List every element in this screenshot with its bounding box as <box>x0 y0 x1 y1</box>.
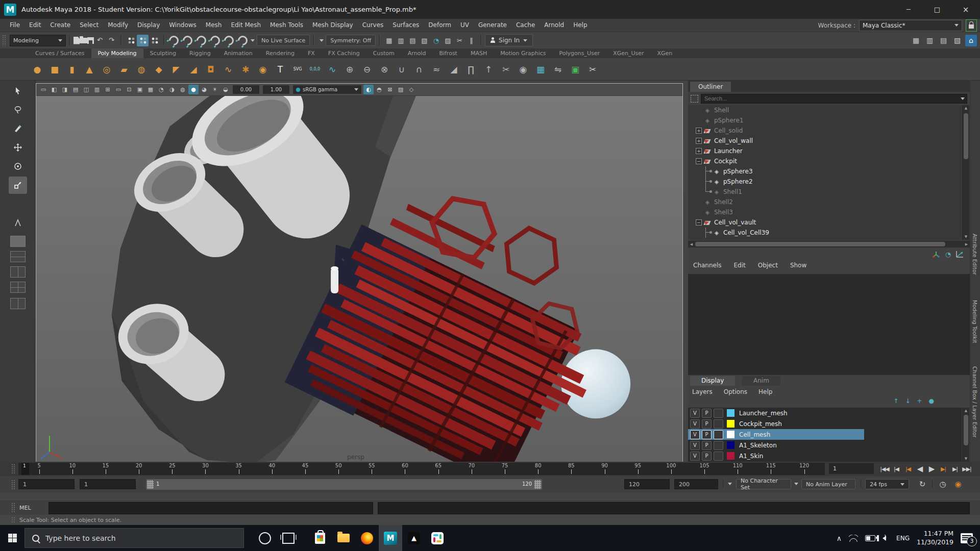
outliner-item[interactable]: ◈pSphere1 <box>688 115 962 126</box>
outliner-item[interactable]: ◈Cell_vol_Cell39 <box>688 228 962 238</box>
layer-mode-toggle[interactable] <box>714 452 723 461</box>
layer-color-swatch[interactable] <box>727 431 734 438</box>
notification-center[interactable]: 3 <box>961 533 973 543</box>
single-pane-layout-icon[interactable] <box>10 236 26 247</box>
step-forward-frame-icon[interactable]: ▶| <box>949 463 961 474</box>
menu-item[interactable]: Curves <box>358 19 388 32</box>
menu-item[interactable]: Mesh <box>201 19 227 32</box>
animation-start-field[interactable]: 1 <box>18 479 75 489</box>
animation-end-field[interactable]: 200 <box>674 479 718 489</box>
menu-item[interactable]: Help <box>569 19 592 32</box>
bevel-icon[interactable]: ◢ <box>446 62 461 77</box>
open-render-view-icon[interactable]: ▦ <box>383 35 395 46</box>
render-settings-icon[interactable]: ◔ <box>430 35 442 46</box>
exposure-icon[interactable]: ◐ <box>363 85 374 94</box>
shelf-tab[interactable]: XGen <box>650 48 679 58</box>
textured-mode-icon[interactable]: ◕ <box>199 85 209 94</box>
poly-disc-icon[interactable]: ◍ <box>134 62 149 77</box>
taskbar-search[interactable]: Type here to search <box>24 528 244 548</box>
menu-item[interactable]: Deform <box>424 19 456 32</box>
next-view-icon[interactable]: ◨ <box>60 85 70 94</box>
shelf-tab[interactable]: XGen_User <box>606 48 650 58</box>
poly-platonic-icon[interactable]: ◆ <box>151 62 166 77</box>
playback-end-field[interactable]: 120 <box>624 479 670 489</box>
time-slider-ruler[interactable]: 5101520253035404550556065707580859095100… <box>18 463 825 475</box>
step-back-key-icon[interactable]: |◀ <box>902 463 914 474</box>
create-layer-from-selected-icon[interactable]: ● <box>929 397 934 405</box>
layer-row[interactable]: V P A1_Skeleton <box>688 440 962 450</box>
layer-color-swatch[interactable] <box>727 452 734 460</box>
cortana-icon[interactable] <box>253 525 277 551</box>
outliner-tab[interactable]: Outliner <box>690 82 731 92</box>
menu-item[interactable]: Mesh Display <box>308 19 358 32</box>
ui-elements-icon[interactable]: ▧ <box>951 35 963 46</box>
outliner-item[interactable]: Cell_solid <box>688 126 962 136</box>
layer-color-swatch[interactable] <box>727 441 734 449</box>
poly-torus-icon[interactable]: ◎ <box>99 62 114 77</box>
extrude-icon[interactable]: ↑ <box>481 62 496 77</box>
shelf-tab[interactable]: FX Caching <box>322 48 366 58</box>
layer-visible-toggle[interactable]: V <box>690 430 700 439</box>
layer-row[interactable]: V P Cockpit_mesh <box>688 418 962 429</box>
playback-loop-icon[interactable]: ↻ <box>917 479 928 490</box>
layer-list-scrollbar[interactable]: ▲ ▼ <box>962 408 969 462</box>
poly-cube-icon[interactable]: ■ <box>47 62 62 77</box>
isolate-select-icon[interactable]: ◇ <box>406 85 416 94</box>
snap-curve-icon[interactable] <box>182 35 193 46</box>
shaded-mode-icon[interactable]: ● <box>188 85 199 94</box>
shelf-tab[interactable]: Sculpting <box>143 48 183 58</box>
layer-mode-toggle[interactable] <box>714 441 723 450</box>
panel-layout-icon[interactable]: ▤ <box>938 35 949 46</box>
layer-color-swatch[interactable] <box>727 420 734 428</box>
create-empty-layer-icon[interactable]: + <box>917 397 922 405</box>
speed-ramp-icon[interactable]: ◔ <box>945 251 951 259</box>
speaker-icon[interactable] <box>883 536 886 541</box>
layer-editor-tab-anim[interactable]: Anim <box>742 376 780 386</box>
fps-dropdown[interactable]: 24 fps <box>865 479 909 489</box>
go-to-end-icon[interactable]: ▶▶| <box>961 463 972 474</box>
expand-icon[interactable] <box>695 137 702 144</box>
layer-mode-toggle[interactable] <box>714 430 723 439</box>
layer-playback-toggle[interactable]: P <box>702 430 712 439</box>
safe-title-icon[interactable]: ◑ <box>167 85 177 94</box>
menu-item[interactable]: File <box>5 19 24 32</box>
outliner-item[interactable]: ◈pSphere2 <box>688 177 962 187</box>
resolution-gate-icon[interactable]: ⊡ <box>124 85 134 94</box>
poly-cone-icon[interactable]: ▲ <box>82 62 97 77</box>
range-end-handle[interactable] <box>534 480 541 489</box>
snap-projected-center-icon[interactable] <box>209 35 221 46</box>
snap-settings-icon[interactable]: ▥ <box>924 35 936 46</box>
menu-item[interactable]: Modify <box>103 19 133 32</box>
expand-icon[interactable] <box>695 147 702 155</box>
current-frame-field[interactable]: 1 <box>829 463 874 474</box>
menu-item[interactable]: Windows <box>164 19 201 32</box>
slack-icon[interactable] <box>426 525 449 551</box>
outliner-item[interactable]: ◈pSphere3 <box>688 166 962 177</box>
paint-select-tool-icon[interactable] <box>9 120 27 137</box>
play-forwards-icon[interactable]: ▶ <box>926 463 937 474</box>
menu-item[interactable]: Mesh Tools <box>265 19 308 32</box>
shelf-tab[interactable]: Bifrost <box>432 48 464 58</box>
tray-chevron-icon[interactable]: ∧ <box>837 534 842 542</box>
open-scene-icon[interactable] <box>80 38 87 43</box>
helpbar-grip[interactable] <box>11 517 15 523</box>
use-all-lights-icon[interactable]: ☀ <box>210 85 220 94</box>
outliner-hscrollbar[interactable]: ◀ ▶ <box>688 241 970 247</box>
shelf-tab[interactable]: Polygons_User <box>553 48 607 58</box>
grid-icon[interactable]: ⊞ <box>103 85 113 94</box>
grid-options-icon[interactable]: ▦ <box>910 35 922 46</box>
shelf-tab[interactable]: Arnold <box>401 48 433 58</box>
character-set-dropdown[interactable]: No Character Set <box>736 479 791 489</box>
menu-item[interactable]: Edit Mesh <box>226 19 265 32</box>
tab-attribute-editor[interactable]: Attribute Editor <box>972 234 978 275</box>
smooth-icon[interactable]: ≈ <box>429 62 444 77</box>
poly-soccerball-icon[interactable]: ◉ <box>255 62 271 77</box>
menu-item[interactable]: Create <box>45 19 75 32</box>
anim-layer-dropdown[interactable]: No Anim Layer <box>801 479 855 489</box>
render-sequence-icon[interactable]: ▧ <box>419 35 430 46</box>
outliner-search-input[interactable] <box>701 94 967 104</box>
curve-warp-icon[interactable]: ∿ <box>325 62 340 77</box>
outliner-filter-icon[interactable] <box>691 95 698 103</box>
move-layer-up-icon[interactable]: ↑ <box>893 397 898 405</box>
layer-mode-toggle[interactable] <box>714 409 723 418</box>
